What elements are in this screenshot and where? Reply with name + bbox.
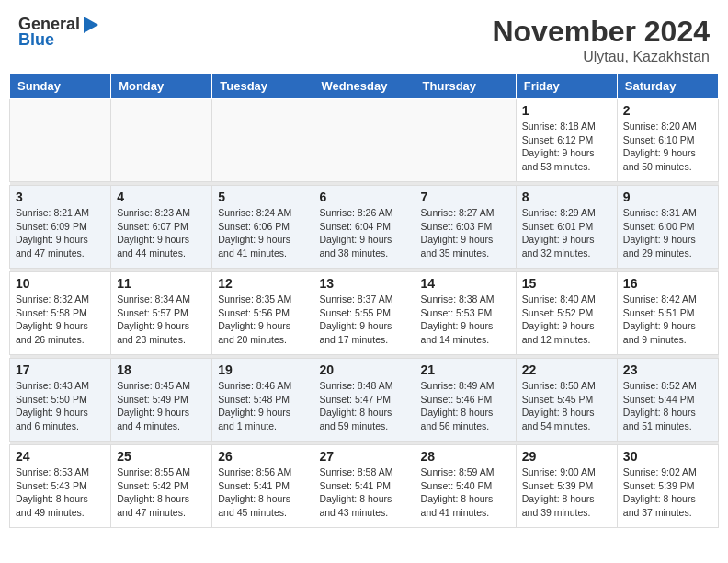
day-number: 7 bbox=[421, 190, 510, 204]
logo-triangle-icon bbox=[82, 15, 98, 35]
day-number: 28 bbox=[421, 449, 510, 464]
cell-info: Sunrise: 8:49 AM Sunset: 5:46 PM Dayligh… bbox=[421, 379, 510, 433]
calendar-cell: 25Sunrise: 8:55 AM Sunset: 5:42 PM Dayli… bbox=[111, 445, 212, 528]
calendar-cell: 28Sunrise: 8:59 AM Sunset: 5:40 PM Dayli… bbox=[415, 445, 516, 528]
calendar-cell: 26Sunrise: 8:56 AM Sunset: 5:41 PM Dayli… bbox=[212, 445, 313, 528]
cell-info: Sunrise: 8:48 AM Sunset: 5:47 PM Dayligh… bbox=[319, 379, 408, 433]
calendar-cell: 16Sunrise: 8:42 AM Sunset: 5:51 PM Dayli… bbox=[617, 272, 718, 355]
day-number: 29 bbox=[522, 449, 611, 464]
day-number: 17 bbox=[16, 362, 105, 377]
calendar-cell: 13Sunrise: 8:37 AM Sunset: 5:55 PM Dayli… bbox=[313, 272, 415, 355]
calendar-cell: 24Sunrise: 8:53 AM Sunset: 5:43 PM Dayli… bbox=[10, 445, 111, 528]
cell-info: Sunrise: 8:31 AM Sunset: 6:00 PM Dayligh… bbox=[623, 206, 712, 260]
day-number: 27 bbox=[319, 449, 408, 464]
day-number: 8 bbox=[522, 190, 611, 204]
calendar-cell: 20Sunrise: 8:48 AM Sunset: 5:47 PM Dayli… bbox=[313, 359, 415, 442]
cell-info: Sunrise: 8:42 AM Sunset: 5:51 PM Dayligh… bbox=[623, 293, 712, 347]
header-sunday: Sunday bbox=[10, 74, 111, 99]
day-number: 15 bbox=[522, 276, 611, 291]
cell-info: Sunrise: 8:32 AM Sunset: 5:58 PM Dayligh… bbox=[16, 293, 105, 347]
calendar-table: Sunday Monday Tuesday Wednesday Thursday… bbox=[9, 73, 719, 528]
day-number: 30 bbox=[623, 449, 712, 464]
day-number: 5 bbox=[218, 190, 307, 204]
cell-info: Sunrise: 9:02 AM Sunset: 5:39 PM Dayligh… bbox=[623, 465, 712, 520]
day-number: 19 bbox=[218, 362, 307, 377]
calendar-cell: 22Sunrise: 8:50 AM Sunset: 5:45 PM Dayli… bbox=[516, 359, 617, 442]
day-number: 21 bbox=[421, 362, 510, 377]
cell-info: Sunrise: 8:56 AM Sunset: 5:41 PM Dayligh… bbox=[218, 465, 307, 520]
cell-info: Sunrise: 8:27 AM Sunset: 6:03 PM Dayligh… bbox=[421, 206, 510, 260]
header-thursday: Thursday bbox=[415, 74, 516, 99]
calendar-cell: 17Sunrise: 8:43 AM Sunset: 5:50 PM Dayli… bbox=[10, 359, 111, 442]
cell-info: Sunrise: 8:55 AM Sunset: 5:42 PM Dayligh… bbox=[117, 465, 206, 520]
calendar-cell: 9Sunrise: 8:31 AM Sunset: 6:00 PM Daylig… bbox=[617, 186, 718, 269]
calendar-cell: 3Sunrise: 8:21 AM Sunset: 6:09 PM Daylig… bbox=[10, 186, 111, 269]
page-header: General Blue November 2024 Ulytau, Kazak… bbox=[0, 0, 728, 73]
logo: General Blue bbox=[18, 15, 98, 50]
day-number: 4 bbox=[117, 190, 206, 204]
calendar-cell: 27Sunrise: 8:58 AM Sunset: 5:41 PM Dayli… bbox=[313, 445, 415, 528]
calendar-cell: 18Sunrise: 8:45 AM Sunset: 5:49 PM Dayli… bbox=[111, 359, 212, 442]
cell-info: Sunrise: 8:43 AM Sunset: 5:50 PM Dayligh… bbox=[16, 379, 105, 433]
day-number: 22 bbox=[522, 362, 611, 377]
calendar-cell: 21Sunrise: 8:49 AM Sunset: 5:46 PM Dayli… bbox=[415, 359, 516, 442]
day-number: 13 bbox=[319, 276, 408, 291]
day-number: 11 bbox=[117, 276, 206, 291]
calendar-cell bbox=[111, 99, 212, 182]
calendar-cell: 23Sunrise: 8:52 AM Sunset: 5:44 PM Dayli… bbox=[617, 359, 718, 442]
cell-info: Sunrise: 8:53 AM Sunset: 5:43 PM Dayligh… bbox=[16, 465, 105, 520]
calendar-week-row: 10Sunrise: 8:32 AM Sunset: 5:58 PM Dayli… bbox=[10, 272, 719, 355]
day-number: 1 bbox=[522, 103, 611, 118]
cell-info: Sunrise: 8:37 AM Sunset: 5:55 PM Dayligh… bbox=[319, 293, 408, 347]
day-number: 12 bbox=[218, 276, 307, 291]
day-number: 16 bbox=[623, 276, 712, 291]
calendar-cell bbox=[212, 99, 313, 182]
calendar-cell bbox=[10, 99, 111, 182]
header-friday: Friday bbox=[516, 74, 617, 99]
day-number: 24 bbox=[16, 449, 105, 464]
day-number: 9 bbox=[623, 190, 712, 204]
calendar-cell: 4Sunrise: 8:23 AM Sunset: 6:07 PM Daylig… bbox=[111, 186, 212, 269]
cell-info: Sunrise: 8:24 AM Sunset: 6:06 PM Dayligh… bbox=[218, 206, 307, 260]
calendar-cell: 10Sunrise: 8:32 AM Sunset: 5:58 PM Dayli… bbox=[10, 272, 111, 355]
header-tuesday: Tuesday bbox=[212, 74, 313, 99]
calendar-cell bbox=[313, 99, 415, 182]
calendar-cell: 7Sunrise: 8:27 AM Sunset: 6:03 PM Daylig… bbox=[415, 186, 516, 269]
cell-info: Sunrise: 8:35 AM Sunset: 5:56 PM Dayligh… bbox=[218, 293, 307, 347]
cell-info: Sunrise: 8:38 AM Sunset: 5:53 PM Dayligh… bbox=[421, 293, 510, 347]
month-title: November 2024 bbox=[492, 15, 710, 49]
calendar-cell: 11Sunrise: 8:34 AM Sunset: 5:57 PM Dayli… bbox=[111, 272, 212, 355]
day-number: 26 bbox=[218, 449, 307, 464]
cell-info: Sunrise: 8:20 AM Sunset: 6:10 PM Dayligh… bbox=[623, 120, 712, 174]
day-number: 23 bbox=[623, 362, 712, 377]
title-section: November 2024 Ulytau, Kazakhstan bbox=[492, 15, 710, 65]
cell-info: Sunrise: 8:59 AM Sunset: 5:40 PM Dayligh… bbox=[421, 465, 510, 520]
calendar-cell: 30Sunrise: 9:02 AM Sunset: 5:39 PM Dayli… bbox=[617, 445, 718, 528]
cell-info: Sunrise: 8:52 AM Sunset: 5:44 PM Dayligh… bbox=[623, 379, 712, 433]
calendar-cell: 12Sunrise: 8:35 AM Sunset: 5:56 PM Dayli… bbox=[212, 272, 313, 355]
calendar-cell: 15Sunrise: 8:40 AM Sunset: 5:52 PM Dayli… bbox=[516, 272, 617, 355]
day-number: 2 bbox=[623, 103, 712, 118]
day-number: 25 bbox=[117, 449, 206, 464]
cell-info: Sunrise: 8:18 AM Sunset: 6:12 PM Dayligh… bbox=[522, 120, 611, 174]
calendar-week-row: 1Sunrise: 8:18 AM Sunset: 6:12 PM Daylig… bbox=[10, 99, 719, 182]
location: Ulytau, Kazakhstan bbox=[492, 49, 710, 65]
day-number: 10 bbox=[16, 276, 105, 291]
cell-info: Sunrise: 8:34 AM Sunset: 5:57 PM Dayligh… bbox=[117, 293, 206, 347]
page-container: General Blue November 2024 Ulytau, Kazak… bbox=[0, 0, 728, 528]
calendar-cell: 6Sunrise: 8:26 AM Sunset: 6:04 PM Daylig… bbox=[313, 186, 415, 269]
header-wednesday: Wednesday bbox=[313, 74, 415, 99]
calendar-cell: 8Sunrise: 8:29 AM Sunset: 6:01 PM Daylig… bbox=[516, 186, 617, 269]
cell-info: Sunrise: 9:00 AM Sunset: 5:39 PM Dayligh… bbox=[522, 465, 611, 520]
cell-info: Sunrise: 8:26 AM Sunset: 6:04 PM Dayligh… bbox=[319, 206, 408, 260]
calendar-week-row: 3Sunrise: 8:21 AM Sunset: 6:09 PM Daylig… bbox=[10, 186, 719, 269]
cell-info: Sunrise: 8:50 AM Sunset: 5:45 PM Dayligh… bbox=[522, 379, 611, 433]
day-header-row: Sunday Monday Tuesday Wednesday Thursday… bbox=[10, 74, 719, 99]
cell-info: Sunrise: 8:58 AM Sunset: 5:41 PM Dayligh… bbox=[319, 465, 408, 520]
cell-info: Sunrise: 8:40 AM Sunset: 5:52 PM Dayligh… bbox=[522, 293, 611, 347]
cell-info: Sunrise: 8:23 AM Sunset: 6:07 PM Dayligh… bbox=[117, 206, 206, 260]
header-monday: Monday bbox=[111, 74, 212, 99]
calendar-cell bbox=[415, 99, 516, 182]
day-number: 6 bbox=[319, 190, 408, 204]
calendar-cell: 1Sunrise: 8:18 AM Sunset: 6:12 PM Daylig… bbox=[516, 99, 617, 182]
